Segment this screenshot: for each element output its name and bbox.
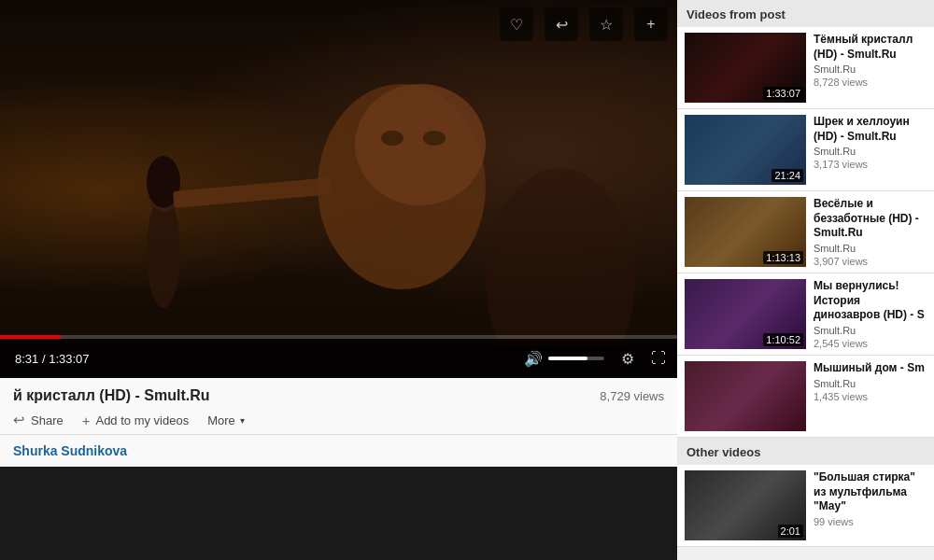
list-item[interactable]: 1:33:07Тёмный кристалл (HD) - Smult.RuSm…	[677, 27, 934, 109]
list-item[interactable]: 1:13:13Весёлые и беззаботные (HD) - Smul…	[677, 191, 934, 273]
list-item[interactable]: 1:10:52Мы вернулись! История динозавров …	[677, 273, 934, 356]
video-item-title: Весёлые и беззаботные (HD) - Smult.Ru	[814, 197, 927, 241]
video-meta: Весёлые и беззаботные (HD) - Smult.RuSmu…	[814, 197, 927, 267]
heart-button[interactable]: ♡	[500, 7, 533, 41]
add-button[interactable]: +	[634, 7, 668, 41]
svg-point-1	[147, 196, 180, 308]
more-button[interactable]: More ▾	[207, 413, 245, 427]
video-item-views: 3,173 views	[814, 159, 927, 170]
thumbnail	[685, 361, 806, 431]
video-item-channel: Smult.Ru	[814, 243, 927, 254]
star-button[interactable]: ☆	[589, 7, 623, 41]
video-title: й кристалл (HD) - Smult.Ru	[13, 387, 210, 404]
list-item[interactable]: 2:01"Большая стирка" из мультфильма "Мау…	[677, 465, 934, 547]
video-item-channel: Smult.Ru	[814, 146, 927, 157]
share-action-icon: ↩	[13, 412, 25, 428]
video-scene	[0, 0, 677, 378]
right-panel: Videos from post 1:33:07Тёмный кристалл …	[677, 0, 934, 560]
video-meta: Тёмный кристалл (HD) - Smult.RuSmult.Ru8…	[814, 33, 927, 103]
video-player[interactable]: ♡ ↩ ☆ + 8:31 / 1:33:07 🔊	[0, 0, 677, 378]
thumb-duration: 21:24	[771, 169, 803, 182]
thumbnail: 1:33:07	[685, 33, 806, 103]
video-actions: ↩ Share + Add to my videos More ▾	[13, 412, 664, 428]
video-item-title: Мы вернулись! История динозавров (HD) - …	[814, 279, 927, 323]
video-meta: Мы вернулись! История динозавров (HD) - …	[814, 279, 927, 349]
fullscreen-icon[interactable]: ⛶	[651, 350, 666, 367]
list-item[interactable]: Мышиный дом - SmSmult.Ru1,435 views	[677, 356, 934, 438]
from-post-title: Videos from post	[677, 0, 934, 27]
list-item[interactable]: 21:24Шрек и хеллоуин (HD) - Smult.RuSmul…	[677, 109, 934, 191]
svg-point-6	[381, 131, 403, 146]
svg-point-5	[355, 84, 486, 205]
thumb-duration: 2:01	[778, 525, 803, 538]
thumbnail: 2:01	[685, 470, 806, 540]
left-panel: ♡ ↩ ☆ + 8:31 / 1:33:07 🔊	[0, 0, 677, 560]
volume-bar[interactable]	[548, 357, 604, 360]
add-action-icon: +	[82, 413, 91, 428]
from-post-list: 1:33:07Тёмный кристалл (HD) - Smult.RuSm…	[677, 27, 934, 438]
other-videos-list: 2:01"Большая стирка" из мультфильма "Мау…	[677, 465, 934, 547]
video-item-views: 3,907 views	[814, 256, 927, 267]
share-icon-btn[interactable]: ↩	[545, 7, 578, 41]
video-meta: Шрек и хеллоуин (HD) - Smult.RuSmult.Ru3…	[814, 115, 927, 185]
controls-bar: 8:31 / 1:33:07 🔊 ⚙ ⛶	[0, 339, 677, 378]
video-toolbar: ♡ ↩ ☆ +	[500, 7, 668, 41]
title-row: й кристалл (HD) - Smult.Ru 8,729 views	[13, 387, 664, 404]
video-item-views: 1,435 views	[814, 391, 927, 402]
video-item-title: Тёмный кристалл (HD) - Smult.Ru	[814, 33, 927, 62]
video-item-title: Шрек и хеллоуин (HD) - Smult.Ru	[814, 115, 927, 144]
author-name[interactable]: Shurka Sudnikova	[13, 443, 127, 458]
add-to-videos-button[interactable]: + Add to my videos	[82, 413, 189, 428]
share-button[interactable]: ↩ Share	[13, 412, 64, 428]
video-item-title: "Большая стирка" из мультфильма "Мау"	[814, 470, 927, 514]
thumb-duration: 1:10:52	[763, 333, 803, 346]
volume-control[interactable]: 🔊	[524, 350, 604, 368]
video-item-views: 8,728 views	[814, 77, 927, 88]
thumb-duration: 1:33:07	[763, 87, 803, 100]
time-display: 8:31 / 1:33:07	[15, 352, 90, 366]
settings-icon[interactable]: ⚙	[621, 350, 634, 368]
scene-illustration	[0, 0, 677, 378]
video-item-views: 99 views	[814, 516, 927, 527]
video-item-channel: Smult.Ru	[814, 325, 927, 336]
svg-point-7	[423, 131, 446, 146]
volume-fill	[548, 357, 587, 360]
thumb-duration: 1:13:13	[763, 251, 803, 264]
video-info: й кристалл (HD) - Smult.Ru 8,729 views ↩…	[0, 378, 677, 435]
video-author: Shurka Sudnikova	[0, 435, 677, 467]
chevron-down-icon: ▾	[240, 415, 245, 426]
thumbnail: 21:24	[685, 115, 806, 185]
video-meta: Мышиный дом - SmSmult.Ru1,435 views	[814, 361, 927, 431]
other-videos-title: Other videos	[677, 438, 934, 465]
view-count: 8,729 views	[600, 389, 664, 403]
thumbnail: 1:10:52	[685, 279, 806, 349]
video-item-channel: Smult.Ru	[814, 378, 927, 389]
volume-icon: 🔊	[524, 350, 543, 368]
video-item-views: 2,545 views	[814, 338, 927, 349]
video-item-channel: Smult.Ru	[814, 63, 927, 75]
thumbnail: 1:13:13	[685, 197, 806, 267]
video-item-title: Мышиный дом - Sm	[814, 361, 927, 376]
video-meta: "Большая стирка" из мультфильма "Мау"99 …	[814, 470, 927, 540]
